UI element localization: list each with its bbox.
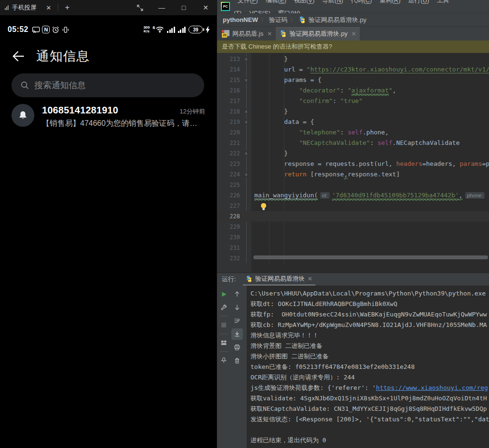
fullscreen-button[interactable] [129, 5, 151, 11]
fold-marker-icon[interactable]: ∧ [241, 106, 251, 117]
scroll-to-end-button[interactable] [231, 328, 243, 340]
run-console[interactable]: C:\Users\HHUU\AppData\Local\Programs\Pyt… [247, 285, 489, 448]
close-button[interactable]: ✕ [195, 4, 217, 11]
parameter-hint-chip: phone: [465, 192, 485, 199]
search-placeholder: 搜索通知信息 [34, 80, 86, 91]
intention-bulb-icon[interactable] [261, 203, 266, 208]
pin-tab-button[interactable] [218, 355, 229, 366]
line-number: 229 [217, 222, 241, 232]
edit-configuration-button[interactable] [218, 302, 229, 313]
minimize-button[interactable]: — [151, 4, 173, 11]
cellular-signal-1-icon [167, 26, 175, 33]
tab-wangyiyidun-js[interactable]: JS 网易易盾.js ✕ [218, 27, 276, 41]
console-line: C:\Users\HHUU\AppData\Local\Programs\Pyt… [250, 288, 489, 299]
code-text: } [251, 106, 489, 117]
pycharm-window: PC 文件(F)编辑(E)视图(V)导航(N)代码(C)重构(R)运行(U)工具… [217, 0, 489, 448]
code-line-226: 226main_wangyiyidun(id:'7d6340d91fdb4510… [217, 190, 489, 201]
code-line-218: 218∧ } [217, 106, 489, 117]
breadcrumb-file[interactable]: 验证网易易盾滑块.py [309, 16, 366, 24]
console-line: 获取validate: 4SgxNJb6DxQ1SjniX8sKbSx+1UlP… [250, 393, 489, 404]
search-input[interactable]: 搜索通知信息 [11, 73, 204, 97]
code-text [251, 211, 489, 222]
menu-V[interactable]: 视图(V) [290, 0, 318, 4]
line-number: 216 [217, 85, 241, 96]
chevron-right-icon: 〉 [261, 16, 266, 23]
code-editor[interactable]: 213∧ }214 url = "https://c23ktor.xiaosho… [217, 53, 489, 273]
code-line-222: 222∧ } [217, 148, 489, 159]
console-link[interactable]: https://www.xiaoshouyi.com/reg [376, 384, 488, 391]
run-tab[interactable]: 验证网易易盾滑块 ✕ [243, 273, 315, 285]
code-line-215: 215∨ params = { [217, 75, 489, 85]
alarm-icon [52, 26, 60, 34]
menu-E[interactable]: 编辑(E) [262, 0, 290, 4]
console-line: 获取cb: RzMpAYwMp+/dKpWgmuZv0N4P5N8.IO21Aj… [250, 320, 489, 330]
charging-icon [206, 26, 210, 33]
line-number: 232 [217, 253, 241, 264]
code-text: } [251, 54, 489, 64]
tab-close-button[interactable]: ✕ [42, 4, 56, 11]
console-line: 滑块信息请求完毕！！！ [250, 330, 489, 341]
notification-time: 12分钟前 [180, 107, 205, 116]
run-tab-close-icon[interactable]: ✕ [308, 275, 312, 282]
fold-marker-icon[interactable]: ∨ [241, 75, 251, 85]
code-text [251, 180, 489, 190]
down-stack-trace-button[interactable] [231, 302, 243, 313]
spellchecker-banner[interactable]: 是否下载 Chinese 的语法和拼写检查器? [217, 41, 489, 53]
run-panel-header: 运行: 验证网易易盾滑块 ✕ [217, 273, 489, 285]
line-number: 224 [217, 169, 241, 180]
phone-window-title: 手机投屏 [12, 3, 37, 12]
console-line: 获取NECaptchaValidate: CN31_MdYYxCEJIj8qGg… [250, 404, 489, 414]
phone-window-tab[interactable]: 手机投屏 [0, 0, 42, 15]
code-line-223: 223 response = requests.post(url, header… [217, 159, 489, 169]
line-number: 218 [217, 106, 241, 117]
code-line-225: 225 [217, 180, 489, 190]
tab-verify-slider-py[interactable]: 验证网易易盾滑块.py ✕ [276, 27, 360, 41]
menu-C[interactable]: 代码(C) [347, 0, 375, 4]
line-number: 220 [217, 127, 241, 138]
chevron-right-icon: 〉 [291, 16, 296, 23]
soft-wrap-button[interactable] [231, 315, 243, 326]
editor-tabs: JS 网易易盾.js ✕ 验证网易易盾滑块.py ✕ [217, 27, 489, 41]
tab-close-icon[interactable]: ✕ [267, 31, 272, 37]
tab-close-icon[interactable]: ✕ [351, 31, 356, 37]
notification-sender: 10685141281910 [42, 105, 118, 116]
clear-all-button[interactable] [231, 355, 243, 367]
code-text: url = "https://c23ktor.xiaoshouyi.com/co… [251, 64, 489, 75]
console-line: 发送短信状态: [<Response [200]>, '{"status":0,… [250, 414, 489, 425]
breadcrumb-project[interactable]: pythonNEW [223, 16, 258, 23]
code-text: "NECaptchaValidate": self.NECaptchaValid… [251, 138, 489, 148]
search-icon [20, 81, 30, 90]
new-tab-button[interactable]: + [60, 3, 74, 12]
line-number: 221 [217, 138, 241, 148]
back-button[interactable] [10, 49, 26, 63]
code-text: data = { [251, 117, 489, 127]
code-text: params = { [251, 75, 489, 85]
screen: 手机投屏 ✕ + — □ ✕ 05:52 N [0, 0, 489, 448]
code-text: "confirm": "true" [251, 96, 489, 106]
fold-marker-icon[interactable]: ∧ [241, 148, 251, 159]
horizontal-scrollbar[interactable] [253, 255, 488, 259]
stop-button[interactable] [218, 319, 229, 331]
menu-N[interactable]: 导航(N) [318, 0, 347, 4]
rerun-button[interactable] [218, 288, 229, 300]
restore-layout-button[interactable] [218, 337, 229, 348]
fold-marker-icon[interactable]: ∨ [241, 117, 251, 127]
menu-F[interactable]: 文件(F) [234, 0, 262, 4]
code-line-228: 228 [217, 211, 489, 222]
python-file-icon [299, 16, 306, 23]
breadcrumb-folder[interactable]: 验证码 [269, 16, 288, 24]
line-number: 225 [217, 180, 241, 190]
code-line-213: 213∧ } [217, 54, 489, 64]
fold-marker-icon[interactable]: ∧ [241, 54, 251, 64]
print-button[interactable] [231, 342, 243, 353]
console-line: 滑块小拼图图 二进制已准备 [250, 351, 489, 362]
line-number: 219 [217, 117, 241, 127]
fold-marker-icon[interactable]: ∧ [241, 169, 251, 180]
menu-U[interactable]: 运行(U) [405, 0, 433, 4]
menu-R[interactable]: 重构(R) [376, 0, 405, 4]
notification-list-item[interactable]: 10685141281910 12分钟前 【销售易】474660为您的销售易验证… [11, 104, 205, 129]
up-stack-trace-button[interactable] [231, 288, 243, 300]
line-number: 214 [217, 64, 241, 75]
maximize-button[interactable]: □ [173, 4, 195, 11]
code-line-230: 230 [217, 232, 489, 243]
